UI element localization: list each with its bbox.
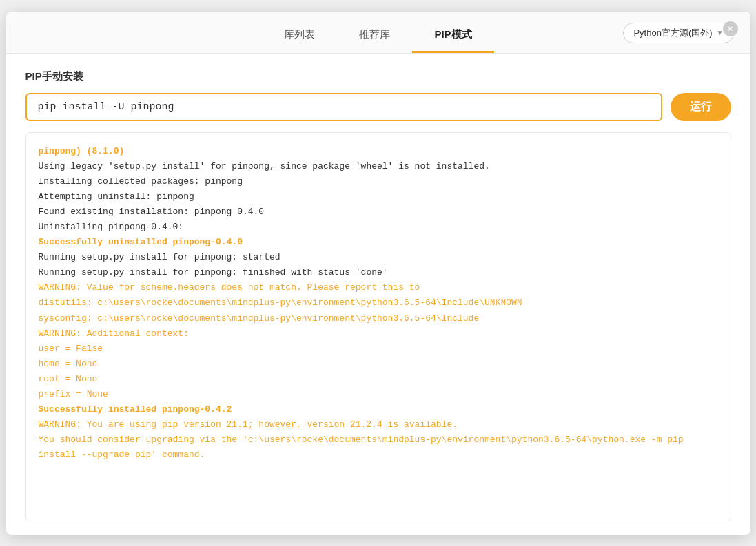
close-button[interactable]: × bbox=[723, 21, 738, 36]
output-line: WARNING: You are using pip version 21.1;… bbox=[39, 417, 718, 432]
output-line: Running setup.py install for pinpong: fi… bbox=[39, 265, 718, 280]
output-line: Uninstalling pinpong-0.4.0: bbox=[39, 220, 718, 235]
output-line: Installing collected packages: pinpong bbox=[39, 174, 718, 189]
output-line: distutils: c:\users\rocke\documents\mind… bbox=[39, 295, 718, 311]
output-line: Using legacy 'setup.py install' for pinp… bbox=[39, 159, 718, 174]
input-row: 运行 bbox=[25, 93, 731, 121]
source-label: Python官方源(国外) bbox=[633, 27, 712, 39]
output-line: home = None bbox=[39, 357, 718, 372]
output-line: WARNING: Value for scheme.headers does n… bbox=[39, 280, 718, 295]
tab-recommended[interactable]: 推荐库 bbox=[337, 23, 412, 53]
output-line: Running setup.py install for pinpong: st… bbox=[39, 250, 718, 265]
output-line: Successfully installed pinpong-0.4.2 bbox=[39, 402, 718, 417]
tab-library-list[interactable]: 库列表 bbox=[262, 23, 337, 53]
tab-bar: 库列表 推荐库 PIP模式 Python官方源(国外) ▼ bbox=[6, 12, 750, 54]
dialog: × 库列表 推荐库 PIP模式 Python官方源(国外) ▼ PIP手动安装 … bbox=[6, 12, 750, 535]
output-line: root = None bbox=[39, 372, 718, 387]
output-line: prefix = None bbox=[39, 387, 718, 402]
section-title: PIP手动安装 bbox=[25, 70, 731, 83]
output-line: sysconfig: c:\users\rocke\documents\mind… bbox=[39, 311, 718, 326]
output-line: Found existing installation: pinpong 0.4… bbox=[39, 204, 718, 220]
chevron-down-icon: ▼ bbox=[717, 29, 724, 36]
tab-pip-mode[interactable]: PIP模式 bbox=[412, 23, 493, 53]
output-line: You should consider upgrading via the 'c… bbox=[39, 432, 718, 463]
output-line: Successfully uninstalled pinpong-0.4.0 bbox=[39, 235, 718, 250]
output-line: WARNING: Additional context: bbox=[39, 326, 718, 342]
output-line: Attempting uninstall: pinpong bbox=[39, 189, 718, 204]
output-line: user = False bbox=[39, 342, 718, 357]
pip-command-input[interactable] bbox=[25, 93, 662, 121]
content-area: PIP手动安装 运行 pinpong) (8.1.0)Using legacy … bbox=[6, 54, 750, 535]
run-button[interactable]: 运行 bbox=[671, 93, 731, 121]
output-line: pinpong) (8.1.0) bbox=[39, 144, 718, 159]
output-box: pinpong) (8.1.0)Using legacy 'setup.py i… bbox=[25, 132, 731, 521]
source-selector[interactable]: Python官方源(国外) ▼ bbox=[623, 23, 733, 43]
